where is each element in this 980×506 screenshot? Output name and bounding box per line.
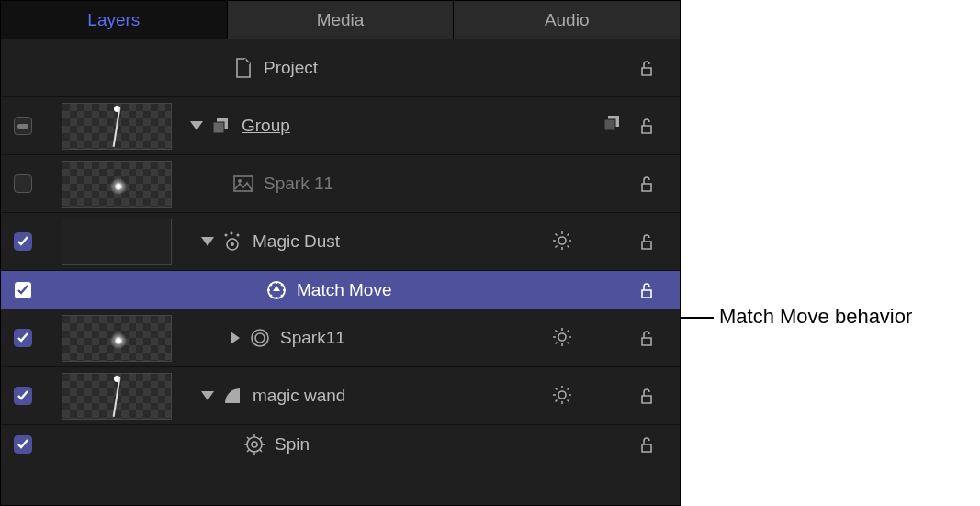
svg-line-34 <box>247 450 249 452</box>
lock-toggle[interactable] <box>630 174 663 193</box>
tab-bar: Layers Media Audio <box>1 1 680 39</box>
row-project[interactable]: Project <box>1 39 680 97</box>
tab-media[interactable]: Media <box>228 1 455 39</box>
svg-point-7 <box>231 242 234 246</box>
enable-checkbox[interactable] <box>14 117 32 135</box>
lock-toggle[interactable] <box>630 59 663 77</box>
behavior-icon <box>265 280 287 300</box>
row-spin[interactable]: Spin <box>1 425 680 464</box>
row-match-move[interactable]: Match Move <box>1 271 680 309</box>
callout: Match Move behavior <box>681 0 980 506</box>
enable-checkbox[interactable] <box>14 435 32 454</box>
svg-point-23 <box>558 333 566 341</box>
enable-checkbox[interactable] <box>14 387 32 405</box>
callout-line <box>681 317 714 319</box>
lock-toggle[interactable] <box>630 329 663 347</box>
lock-toggle[interactable] <box>630 387 663 405</box>
lock-toggle[interactable] <box>630 281 663 299</box>
thumbnail[interactable] <box>62 373 172 420</box>
lock-toggle[interactable] <box>630 117 663 135</box>
svg-point-9 <box>231 232 233 235</box>
gear-icon[interactable] <box>551 230 575 253</box>
enable-checkbox[interactable] <box>14 232 32 251</box>
rows: Project Group <box>1 39 680 505</box>
svg-point-11 <box>558 237 566 244</box>
match-move-label: Match Move <box>297 280 391 300</box>
emitter-icon <box>221 231 243 252</box>
document-icon <box>232 58 254 78</box>
image-icon <box>232 174 254 194</box>
layers-panel: Layers Media Audio Project <box>0 0 681 506</box>
disclosure-toggle[interactable] <box>188 121 205 130</box>
lock-toggle[interactable] <box>630 435 663 454</box>
svg-rect-1 <box>213 122 224 133</box>
project-label: Project <box>264 58 318 78</box>
row-magic-dust[interactable]: Magic Dust <box>1 213 680 271</box>
magic-wand-label: magic wand <box>253 386 345 406</box>
disclosure-toggle[interactable] <box>199 237 216 246</box>
svg-point-5 <box>238 179 242 183</box>
shape-icon <box>221 386 243 406</box>
tab-audio[interactable]: Audio <box>454 1 680 39</box>
row-spark11a[interactable]: Spark 11 <box>1 155 680 213</box>
row-spark11b[interactable]: Spark11 <box>1 309 680 367</box>
disclosure-toggle[interactable] <box>199 391 216 400</box>
row-magic-wand[interactable]: magic wand <box>1 367 680 425</box>
svg-point-25 <box>247 437 262 452</box>
svg-rect-3 <box>604 119 615 130</box>
spark11a-label: Spark 11 <box>264 174 333 194</box>
thumbnail[interactable] <box>62 219 172 265</box>
gear-icon[interactable] <box>551 326 575 350</box>
svg-point-24 <box>558 391 566 399</box>
callout-label: Match Move behavior <box>719 305 912 329</box>
disclosure-toggle[interactable] <box>227 332 243 344</box>
thumbnail[interactable] <box>62 161 172 208</box>
spin-label: Spin <box>275 434 310 455</box>
lock-toggle[interactable] <box>630 232 663 251</box>
enable-checkbox[interactable] <box>14 281 32 299</box>
svg-point-8 <box>225 234 228 237</box>
magic-dust-label: Magic Dust <box>253 231 340 252</box>
tab-layers[interactable]: Layers <box>1 1 228 39</box>
svg-point-26 <box>252 442 257 447</box>
thumbnail[interactable] <box>62 315 172 362</box>
group-label: Group <box>242 116 290 136</box>
isolate-icon[interactable] <box>603 116 623 137</box>
particle-cell-icon <box>249 328 271 348</box>
svg-line-33 <box>260 437 262 439</box>
row-group[interactable]: Group <box>1 97 680 155</box>
svg-point-10 <box>237 234 240 237</box>
thumbnail[interactable] <box>62 103 172 150</box>
svg-point-22 <box>255 333 265 343</box>
svg-line-31 <box>247 437 249 439</box>
svg-rect-4 <box>234 176 253 191</box>
gear-icon[interactable] <box>551 384 575 408</box>
enable-checkbox[interactable] <box>14 174 32 193</box>
svg-point-21 <box>252 330 268 346</box>
layers-stack-icon <box>210 116 232 136</box>
behavior-gear-icon <box>243 434 265 455</box>
enable-checkbox[interactable] <box>14 329 32 347</box>
spark11b-label: Spark11 <box>280 328 345 348</box>
svg-line-32 <box>260 450 262 452</box>
